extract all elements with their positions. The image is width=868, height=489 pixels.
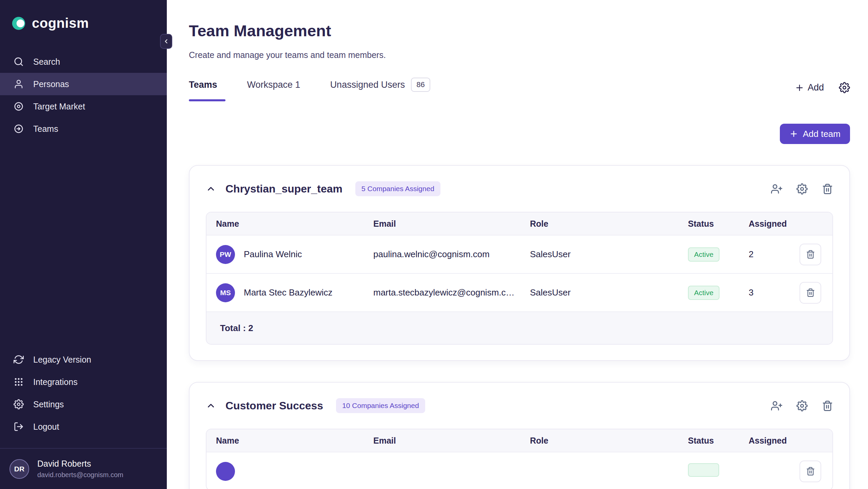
refresh-icon: [14, 354, 24, 365]
collapse-team-button[interactable]: [206, 401, 216, 411]
column-header-status: Status: [688, 436, 749, 446]
page-title: Team Management: [189, 22, 850, 40]
column-header-assigned: Assigned: [749, 436, 800, 446]
sidebar-item-label: Logout: [33, 422, 59, 432]
gear-icon: [796, 183, 808, 195]
member-email: paulina.welnic@cognism.com: [373, 249, 530, 260]
collapse-team-button[interactable]: [206, 184, 216, 194]
delete-member-button[interactable]: [800, 244, 821, 265]
teams-icon: [14, 124, 24, 134]
team-card-customer-success: Customer Success 10 Companies Assigned: [189, 382, 850, 489]
plus-icon: [795, 83, 804, 93]
add-button[interactable]: Add: [795, 82, 824, 93]
table-total-row: Total : 2: [206, 311, 832, 344]
sidebar: cognism Search Personas Target Market Te…: [0, 0, 167, 489]
settings-gear-button[interactable]: [839, 82, 850, 93]
add-member-button[interactable]: [771, 183, 782, 195]
sidebar-nav: Search Personas Target Market Teams: [0, 50, 167, 140]
tab-label: Workspace 1: [247, 80, 300, 90]
sidebar-item-label: Legacy Version: [33, 355, 91, 365]
trash-icon: [806, 288, 815, 297]
user-email: david.roberts@cognism.com: [37, 471, 123, 479]
status-badge: Active: [688, 286, 719, 300]
delete-team-button[interactable]: [822, 183, 833, 195]
chevron-left-icon: [163, 38, 170, 45]
tab-workspace-1[interactable]: Workspace 1: [247, 78, 300, 101]
user-name: David Roberts: [37, 459, 123, 469]
member-avatar: MS: [216, 283, 235, 302]
cognism-logo-text: cognism: [32, 16, 89, 31]
integrations-icon: [14, 377, 24, 387]
sidebar-item-label: Target Market: [33, 102, 85, 111]
page-subtitle: Create and manage your teams and team me…: [189, 50, 850, 60]
add-button-label: Add: [808, 82, 824, 93]
user-plus-icon: [771, 400, 782, 411]
companies-assigned-badge: 5 Companies Assigned: [355, 181, 440, 196]
gear-icon: [796, 400, 808, 411]
member-role: SalesUser: [530, 287, 688, 298]
delete-member-button[interactable]: [800, 461, 821, 482]
member-avatar: [216, 462, 235, 481]
tab-unassigned-users[interactable]: Unassigned Users 86: [330, 78, 430, 101]
sidebar-bottom-nav: Legacy Version Integrations Settings Log…: [0, 348, 167, 438]
total-label: Total : 2: [220, 323, 253, 333]
tab-teams[interactable]: Teams: [189, 78, 217, 101]
team-name: Chrystian_super_team: [225, 183, 342, 195]
column-header-role: Role: [530, 219, 688, 229]
sidebar-item-personas[interactable]: Personas: [0, 73, 167, 95]
sidebar-item-settings[interactable]: Settings: [0, 393, 167, 415]
trash-icon: [822, 183, 833, 195]
table-header: Name Email Role Status Assigned: [206, 212, 832, 235]
add-team-button[interactable]: Add team: [780, 124, 850, 144]
user-plus-icon: [771, 183, 782, 195]
sidebar-item-search[interactable]: Search: [0, 50, 167, 73]
partial-member-row: [206, 452, 832, 489]
target-market-icon: [14, 101, 24, 111]
add-team-button-label: Add team: [803, 129, 841, 139]
members-table: Name Email Role Status Assigned PW Pauli…: [206, 212, 833, 345]
column-header-name: Name: [206, 436, 373, 446]
member-role: SalesUser: [530, 249, 688, 260]
tab-label: Teams: [189, 80, 217, 90]
tabs-bar: Teams Workspace 1 Unassigned Users 86 Ad…: [189, 78, 850, 101]
tab-label: Unassigned Users: [330, 80, 405, 90]
column-header-name: Name: [206, 219, 373, 229]
trash-icon: [806, 467, 815, 476]
members-table: Name Email Role Status Assigned: [206, 429, 833, 489]
sidebar-item-integrations[interactable]: Integrations: [0, 371, 167, 393]
search-icon: [14, 57, 24, 67]
team-settings-button[interactable]: [796, 183, 808, 195]
gear-icon: [839, 82, 850, 93]
column-header-status: Status: [688, 219, 749, 229]
table-header: Name Email Role Status Assigned: [206, 429, 832, 452]
team-settings-button[interactable]: [796, 400, 808, 411]
cognism-logo-icon: [12, 16, 26, 30]
delete-team-button[interactable]: [822, 400, 833, 411]
member-avatar: PW: [216, 245, 235, 264]
sidebar-item-label: Teams: [33, 124, 58, 134]
sidebar-collapse-button[interactable]: [160, 34, 172, 49]
delete-member-button[interactable]: [800, 282, 821, 304]
companies-assigned-badge: 10 Companies Assigned: [336, 398, 425, 413]
chevron-up-icon: [206, 401, 216, 411]
add-member-button[interactable]: [771, 400, 782, 411]
column-header-assigned: Assigned: [749, 219, 800, 229]
column-header-email: Email: [373, 436, 530, 446]
sidebar-item-label: Personas: [33, 79, 69, 89]
sidebar-item-logout[interactable]: Logout: [0, 415, 167, 438]
member-name: Paulina Welnic: [244, 249, 302, 260]
status-badge: Active: [688, 247, 719, 262]
unassigned-count-badge: 86: [411, 78, 430, 92]
personas-icon: [14, 79, 24, 89]
column-header-role: Role: [530, 436, 688, 446]
team-card-chrystian-super-team: Chrystian_super_team 5 Companies Assigne…: [189, 165, 850, 361]
sidebar-item-legacy-version[interactable]: Legacy Version: [0, 348, 167, 371]
sidebar-item-target-market[interactable]: Target Market: [0, 95, 167, 118]
logout-icon: [14, 422, 24, 432]
sidebar-item-teams[interactable]: Teams: [0, 118, 167, 140]
assigned-count: 3: [749, 287, 800, 298]
chevron-up-icon: [206, 184, 216, 194]
member-email: marta.stecbazylewicz@cognism.c…: [373, 287, 530, 298]
sidebar-item-label: Search: [33, 57, 60, 67]
trash-icon: [806, 250, 815, 259]
